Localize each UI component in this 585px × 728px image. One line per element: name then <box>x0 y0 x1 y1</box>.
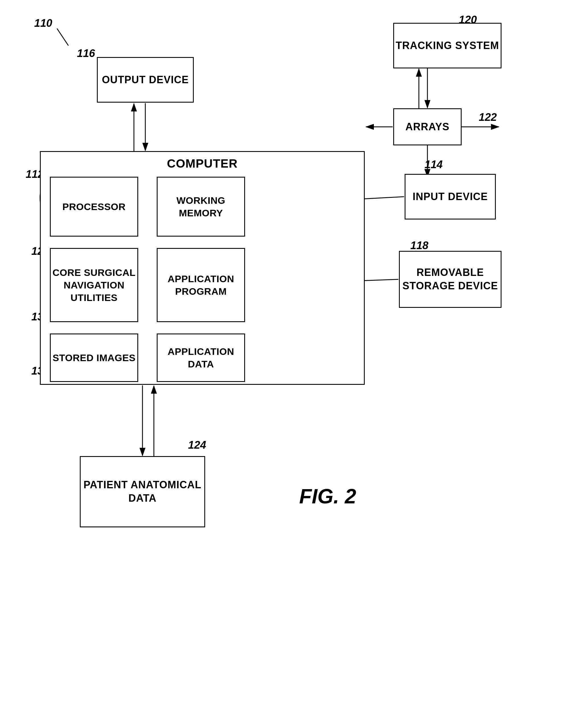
ref-114: 114 <box>425 158 443 171</box>
working-memory-box: WORKING MEMORY <box>157 177 245 237</box>
app-data-box: APPLICATION DATA <box>157 334 245 382</box>
computer-label: COMPUTER <box>167 156 238 172</box>
output-device-label: OUTPUT DEVICE <box>102 73 189 87</box>
ref-122: 122 <box>479 111 497 124</box>
diagram-container: 110 120 116 112 114 122 128 132 136 126 … <box>0 0 585 728</box>
input-device-box: INPUT DEVICE <box>405 174 496 219</box>
tracking-system-label: TRACKING SYSTEM <box>396 39 499 52</box>
ref-124: 124 <box>188 439 206 451</box>
ref-118: 118 <box>410 239 428 252</box>
ref-110: 110 <box>34 17 52 29</box>
app-program-box: APPLICATION PROGRAM <box>157 248 245 322</box>
input-device-label: INPUT DEVICE <box>413 190 488 204</box>
figure-label: FIG. 2 <box>299 485 356 508</box>
patient-data-box: PATIENT ANATOMICAL DATA <box>80 456 205 527</box>
arrays-label: ARRAYS <box>405 120 450 134</box>
arrays-box: ARRAYS <box>393 108 461 146</box>
removable-storage-box: REMOVABLE STORAGE DEVICE <box>399 251 502 308</box>
removable-storage-label: REMOVABLE STORAGE DEVICE <box>400 266 501 293</box>
output-device-box: OUTPUT DEVICE <box>97 57 194 103</box>
core-surgical-box: CORE SURGICAL NAVIGATION UTILITIES <box>50 248 138 322</box>
processor-label: PROCESSOR <box>62 200 126 213</box>
tracking-system-box: TRACKING SYSTEM <box>393 23 502 69</box>
app-data-label: APPLICATION DATA <box>158 345 244 370</box>
processor-box: PROCESSOR <box>50 177 138 237</box>
core-surgical-label: CORE SURGICAL NAVIGATION UTILITIES <box>51 266 137 304</box>
stored-images-label: STORED IMAGES <box>52 352 135 364</box>
working-memory-label: WORKING MEMORY <box>158 194 244 219</box>
app-program-label: APPLICATION PROGRAM <box>158 272 244 297</box>
stored-images-box: STORED IMAGES <box>50 334 138 382</box>
ref-116: 116 <box>77 47 95 59</box>
patient-data-label: PATIENT ANATOMICAL DATA <box>81 478 204 505</box>
